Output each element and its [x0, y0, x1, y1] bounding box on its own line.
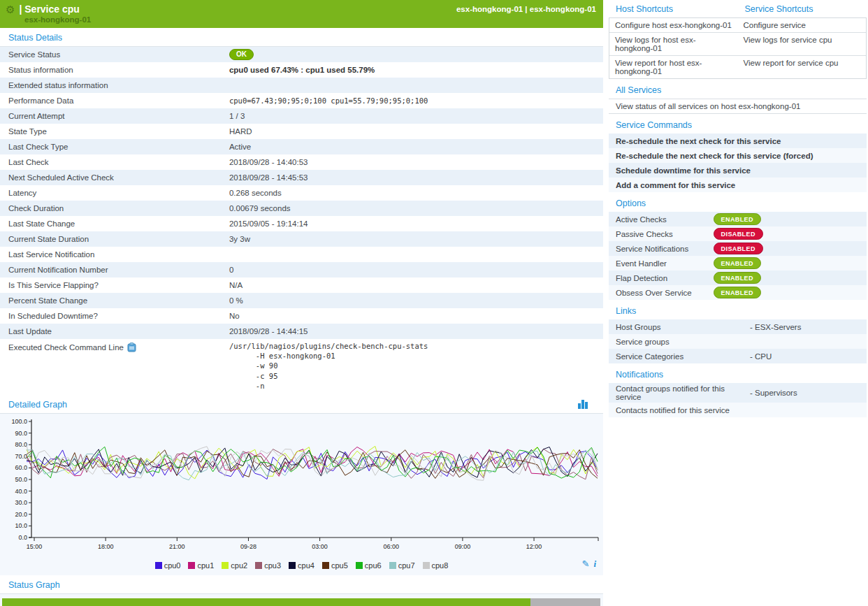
link-row: Host Groups- ESX-Servers [609, 319, 867, 334]
pencil-icon[interactable]: ✎ [581, 558, 589, 569]
option-row: Obsess Over ServiceENABLED [609, 285, 867, 300]
main-column: ⚙ | Service cpu esx-hongkong-01 | esx-ho… [0, 0, 603, 606]
table-row: Current Notification Number0 [0, 262, 603, 277]
status-details-heading[interactable]: Status Details [0, 28, 603, 47]
legend-items: cpu0cpu1cpu2cpu3cpu4cpu5cpu6cpu7cpu8 [155, 561, 449, 570]
status-details-rows: Service StatusOKStatus informationcpu0 u… [0, 47, 603, 395]
service-command-link[interactable]: Add a comment for this service [609, 178, 867, 192]
link-value[interactable]: - CPU [750, 352, 772, 361]
service-shortcut-link[interactable]: View logs for service cpu [738, 33, 867, 55]
row-label-text: Last Update [8, 327, 52, 336]
row-label-text: Next Scheduled Active Check [8, 173, 114, 182]
svg-text:60.0: 60.0 [15, 464, 27, 471]
notification-value[interactable]: - Supervisors [750, 389, 797, 397]
svg-text:70.0: 70.0 [15, 453, 27, 460]
row-value-text: cpu0 used 67.43% : cpu1 used 55.79% [229, 66, 375, 74]
shortcut-row: View report for host esx-hongkong-01View… [609, 56, 866, 78]
host-name-subtitle[interactable]: esx-hongkong-01 [24, 15, 598, 24]
row-value: 0.268 seconds [229, 189, 603, 197]
shortcut-row: View logs for host esx-hongkong-01View l… [609, 33, 866, 56]
row-value: /usr/lib/nagios/plugins/check-bench-cpu-… [229, 341, 603, 391]
service-command-text: Schedule downtime for this service [616, 166, 751, 175]
host-shortcut-link[interactable]: Configure host esx-hongkong-01 [609, 18, 738, 32]
timeline-segment-no-data [530, 598, 600, 606]
links-list: Host Groups- ESX-ServersService groupsSe… [609, 319, 867, 363]
link-label: Service Categories [616, 352, 750, 361]
option-label: Active Checks [616, 215, 714, 224]
legend-label: cpu6 [365, 561, 382, 570]
service-command-text: Re-schedule the next check for this serv… [616, 152, 813, 160]
row-label: Check Duration [0, 204, 229, 212]
host-shortcut-link[interactable]: View logs for host esx-hongkong-01 [609, 33, 738, 55]
service-shortcut-link[interactable]: View report for service cpu [738, 56, 867, 78]
all-services-link[interactable]: View status of all services on host esx-… [609, 99, 867, 114]
svg-text:20.0: 20.0 [15, 511, 27, 518]
table-row: In Scheduled Downtime?No [0, 308, 603, 324]
table-row: Current State Duration3y 3w [0, 231, 603, 247]
host-breadcrumb[interactable]: esx-hongkong-01 | esx-hongkong-01 [456, 5, 598, 13]
bar-chart-icon[interactable] [578, 400, 588, 409]
legend-item: cpu0 [155, 561, 181, 570]
row-label: In Scheduled Downtime? [0, 312, 229, 320]
timeline-segment-ok [2, 598, 530, 606]
legend-item: cpu7 [389, 561, 415, 570]
row-value-text: 2018/09/28 - 14:44:15 [229, 327, 308, 336]
detailed-graph-legend: cpu0cpu1cpu2cpu3cpu4cpu5cpu6cpu7cpu8 ✎ i [0, 560, 603, 575]
row-value: Active [229, 143, 603, 151]
legend-swatch [423, 562, 430, 569]
service-command-link[interactable]: Schedule downtime for this service [609, 163, 867, 178]
row-label: Last Service Notification [0, 250, 229, 259]
row-value: 2015/09/05 - 19:14:14 [229, 219, 603, 228]
info-icon[interactable]: i [593, 558, 596, 570]
row-label-text: Last Check Type [8, 143, 68, 151]
service-command-text: Add a comment for this service [616, 181, 735, 189]
gear-icon[interactable]: ⚙ [6, 4, 15, 15]
row-value: 0 [229, 266, 603, 274]
row-label-text: Current State Duration [8, 235, 89, 243]
option-label: Event Handler [616, 259, 714, 268]
option-state-badge[interactable]: DISABLED [714, 228, 763, 240]
notification-label: Contacts notified for this service [616, 406, 750, 414]
row-value: 3y 3w [229, 235, 603, 243]
service-command-link[interactable]: Re-schedule the next check for this serv… [609, 148, 867, 163]
svg-text:03:00: 03:00 [312, 543, 328, 550]
option-label: Passive Checks [616, 230, 714, 238]
legend-label: cpu5 [331, 561, 348, 570]
option-state-badge[interactable]: ENABLED [714, 272, 761, 284]
svg-text:80.0: 80.0 [15, 441, 27, 448]
table-row: Current Attempt1 / 3 [0, 108, 603, 124]
detailed-graph-heading[interactable]: Detailed Graph [0, 395, 603, 414]
notification-row: Contacts notified for this service [609, 403, 867, 417]
host-shortcut-link[interactable]: View report for host esx-hongkong-01 [609, 56, 738, 78]
option-state-badge[interactable]: ENABLED [714, 213, 761, 225]
row-value: N/A [229, 281, 603, 289]
svg-text:90.0: 90.0 [15, 429, 27, 436]
notification-row: Contact groups notified for this service… [609, 383, 867, 403]
service-shortcut-link[interactable]: Configure service [738, 18, 867, 32]
legend-swatch [188, 562, 195, 569]
legend-item: cpu3 [255, 561, 281, 570]
page: ⚙ | Service cpu esx-hongkong-01 | esx-ho… [0, 0, 868, 606]
row-value-text: 0.268 seconds [229, 189, 282, 197]
row-label: State Type [0, 127, 229, 136]
status-graph-heading[interactable]: Status Graph [0, 575, 603, 594]
svg-text:06:00: 06:00 [383, 543, 399, 550]
option-state-badge[interactable]: ENABLED [714, 257, 761, 269]
option-state-badge[interactable]: ENABLED [714, 287, 761, 298]
option-state-badge[interactable]: DISABLED [714, 243, 763, 254]
legend-label: cpu1 [197, 561, 214, 570]
row-label-text: Is This Service Flapping? [8, 281, 99, 289]
svg-text:21:00: 21:00 [169, 543, 185, 550]
check-command-text: /usr/lib/nagios/plugins/check-bench-cpu-… [229, 341, 603, 391]
link-value[interactable]: - ESX-Servers [750, 323, 802, 331]
legend-swatch [356, 562, 363, 569]
row-label-text: Current Notification Number [8, 266, 108, 274]
service-command-link[interactable]: Re-schedule the next check for this serv… [609, 134, 867, 148]
row-label-text: Extended status information [8, 81, 108, 89]
legend-item: cpu8 [423, 561, 449, 570]
row-value-text: 0 [229, 266, 233, 274]
legend-item: cpu4 [289, 561, 314, 570]
row-label: Current Notification Number [0, 266, 229, 274]
clipboard-icon[interactable] [127, 342, 136, 352]
service-commands-list: Re-schedule the next check for this serv… [609, 134, 867, 192]
